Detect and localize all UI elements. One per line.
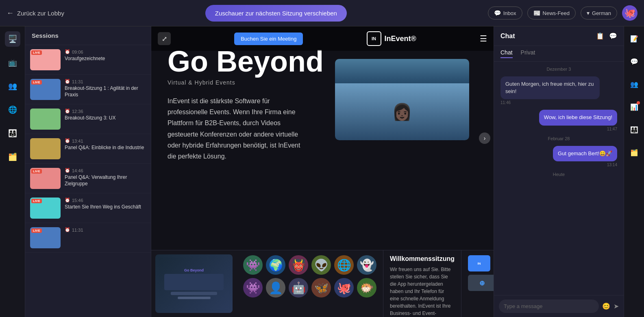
clock-icon: ⏰: [65, 49, 70, 54]
sponsors-section: IN EVENTLAND MADEUP ▓▓▓▓ adidas: [461, 250, 494, 317]
right-icon-group[interactable]: 👨‍👩‍👧: [627, 122, 642, 137]
session-item[interactable]: LIVE ⏰ 15:46 Starten Sie Ihren Weg ins G…: [25, 193, 151, 223]
right-icon-chat[interactable]: 💬: [627, 54, 642, 69]
newsfeed-button[interactable]: 📰 News-Feed: [527, 7, 576, 20]
chat-header: Chat 📋 💬: [494, 26, 624, 46]
session-item[interactable]: LIVE ⏰ 09:06 Voraufgezeichnete: [25, 45, 151, 75]
chat-tab-chat[interactable]: Chat: [500, 49, 513, 58]
session-thumbnail: LIVE: [30, 49, 61, 70]
session-item[interactable]: ⏰ 13:41 Panel Q&A: Einblicke in die Indu…: [25, 134, 151, 164]
sidebar-item-screen[interactable]: 📺: [5, 55, 20, 70]
session-thumbnail: LIVE: [30, 79, 61, 100]
avatar-monster[interactable]: 👻: [357, 255, 376, 275]
user-avatar[interactable]: 🐙: [622, 5, 637, 21]
emoji-button[interactable]: 😊: [602, 302, 610, 310]
session-item[interactable]: LIVE ⏰ 11:31 Breakout-Sitzung 1 : Agilit…: [25, 75, 151, 104]
avatar-monster[interactable]: 👾: [243, 278, 263, 297]
chevron-down-icon: ▾: [587, 10, 590, 16]
session-item[interactable]: LIVE ⏰ 14:46 Panel Q&A: Verwaltung Ihrer…: [25, 164, 151, 193]
bottom-preview: Go Beyond: [151, 250, 237, 317]
topbar-center: Zuschauer zur nächsten Sitzung verschieb…: [205, 5, 347, 22]
brand-name: InEvent®: [385, 35, 416, 43]
session-time: ⏰ 15:46: [65, 198, 146, 203]
sidebar-item-monitor[interactable]: 🖥️: [5, 31, 20, 47]
chat-input[interactable]: [499, 300, 599, 313]
session-time-value: 14:46: [72, 168, 83, 173]
avatar-monster[interactable]: 👽: [311, 255, 331, 275]
sponsor-inevent-label: IN: [477, 262, 481, 265]
chat-bubble: Guten Morgen, ich freue mich, hier zu se…: [500, 76, 600, 99]
avatar-monster[interactable]: 🤖: [289, 278, 308, 297]
right-icon-people[interactable]: 👥: [627, 77, 642, 91]
sidebar-item-people[interactable]: 👥: [5, 78, 20, 94]
logo-text: IN: [372, 36, 376, 41]
back-button[interactable]: ← Zurück zur Lobby: [7, 9, 64, 17]
session-item[interactable]: LIVE ⏰ 11:31: [25, 223, 151, 253]
sidebar-item-group[interactable]: 👨‍👩‍👧: [5, 126, 20, 141]
sidebar-item-layers[interactable]: 🗂️: [5, 149, 20, 165]
chat-bubble: Wow, ich liebe diese Sitzung!: [539, 110, 617, 125]
live-badge: LIVE: [31, 199, 42, 203]
clock-icon: ⏰: [65, 109, 70, 114]
welcome-text: Wir freuen uns auf Sie. Bitte stellen Si…: [390, 266, 455, 317]
clock-icon: ⏰: [65, 138, 70, 143]
avatar-monster[interactable]: 🐡: [357, 278, 376, 297]
live-badge: LIVE: [31, 50, 42, 55]
session-title: Voraufgezeichnete: [65, 56, 146, 62]
description: InEvent ist die stärkste Software für pr…: [168, 96, 306, 162]
expand-button[interactable]: ⤢: [158, 32, 171, 45]
sidebar-item-globe[interactable]: 🌐: [5, 102, 20, 117]
chat-date-divider: Heute: [500, 172, 617, 177]
chat-note-icon[interactable]: 📋: [596, 32, 604, 40]
chat-bubble: Gut gemach Bert!😄🚀: [553, 146, 617, 161]
language-button[interactable]: ▾ German: [581, 7, 617, 20]
video-area: ⤢ Buchen Sie ein Meeting IN InEvent® ☰ G…: [151, 26, 494, 250]
scroll-right-button[interactable]: ›: [479, 132, 490, 144]
move-audience-button[interactable]: Zuschauer zur nächsten Sitzung verschieb…: [205, 5, 347, 22]
left-sidebar: 🖥️ 📺 👥 🌐 👨‍👩‍👧 🗂️: [0, 26, 25, 317]
avatars-section: 👾🌍👹👽🌐👻👾👤🤖🦋🐙🐡: [237, 250, 383, 317]
session-title: Starten Sie Ihren Weg ins Geschäft: [65, 204, 146, 211]
avatar-monster[interactable]: 🐙: [334, 278, 354, 297]
chat-message-time: 11:46: [500, 100, 617, 105]
session-time-value: 11:31: [72, 79, 83, 84]
live-badge: LIVE: [31, 228, 42, 233]
chat-date-divider: Dezember 3: [500, 67, 617, 72]
avatar-monster[interactable]: 🌐: [334, 255, 354, 275]
sessions-header: Sessions: [25, 26, 151, 45]
send-button[interactable]: ➤: [614, 302, 619, 310]
session-info: ⏰ 09:06 Voraufgezeichnete: [65, 49, 146, 70]
session-thumbnail: [30, 109, 61, 130]
main-content: 🖥️ 📺 👥 🌐 👨‍👩‍👧 🗂️ Sessions LIVE ⏰ 09:06 …: [0, 26, 644, 317]
chat-header-icons: 📋 💬: [596, 32, 617, 40]
avatar-monster[interactable]: 🦋: [311, 278, 331, 297]
session-info: ⏰ 11:31 Breakout-Sitzung 1 : Agilität in…: [65, 79, 146, 100]
newsfeed-label: News-Feed: [543, 10, 570, 16]
session-item[interactable]: ⏰ 12:36 Breakout-Sitzung 3: UX: [25, 104, 151, 134]
avatar-monster[interactable]: 👾: [243, 255, 263, 275]
right-icon-layers[interactable]: 🗂️: [627, 145, 642, 160]
session-info: ⏰ 12:36 Breakout-Sitzung 3: UX: [65, 109, 146, 130]
session-thumbnail: [30, 138, 61, 159]
menu-button[interactable]: ☰: [480, 34, 487, 43]
topbar: ← Zurück zur Lobby Zuschauer zur nächste…: [0, 0, 644, 26]
session-title: Panel Q&A: Verwaltung Ihrer Zielgruppe: [65, 174, 146, 187]
session-time-value: 11:31: [72, 228, 83, 232]
sessions-list: LIVE ⏰ 09:06 Voraufgezeichnete LIVE ⏰ 11…: [25, 45, 151, 253]
session-time: ⏰ 13:41: [65, 138, 146, 143]
chat-tab-privat[interactable]: Privat: [521, 49, 535, 58]
inbox-button[interactable]: 💬 Inbox: [488, 7, 522, 20]
sponsor-inevent[interactable]: IN: [468, 255, 490, 271]
right-icon-note[interactable]: 📝: [627, 31, 642, 46]
avatar-monster[interactable]: 🌍: [266, 255, 285, 275]
right-icon-chart[interactable]: 📊: [627, 100, 642, 114]
avatar-monster[interactable]: 👤: [266, 278, 285, 297]
session-info: ⏰ 14:46 Panel Q&A: Verwaltung Ihrer Ziel…: [65, 168, 146, 189]
session-time-value: 12:36: [72, 109, 83, 114]
chat-bubble-icon[interactable]: 💬: [609, 32, 617, 40]
avatar-monster[interactable]: 👹: [289, 255, 308, 275]
sponsor-vw[interactable]: ⊕: [468, 275, 494, 291]
book-meeting-button[interactable]: Buchen Sie ein Meeting: [234, 33, 303, 45]
session-title: Panel Q&A: Einblicke in die Industrie: [65, 145, 146, 151]
session-time-value: 15:46: [72, 198, 83, 203]
